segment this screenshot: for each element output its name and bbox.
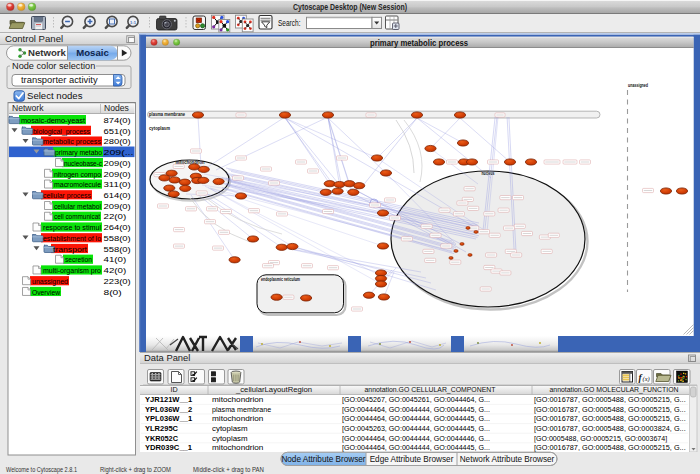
svg-text:YPL036W__1: YPL036W__1 xyxy=(145,414,193,423)
svg-text:558(0): 558(0) xyxy=(104,245,132,254)
svg-text:YLR295C: YLR295C xyxy=(145,424,178,433)
svg-text:response to stimul: response to stimul xyxy=(43,223,101,232)
svg-text:transporter activity: transporter activity xyxy=(21,74,98,85)
svg-text:Nodes: Nodes xyxy=(104,103,129,113)
svg-text:[GO:0016787, GO:0005488, GO:00: [GO:0016787, GO:0005488, GO:0005215, G..… xyxy=(534,414,686,423)
svg-text:614(0): 614(0) xyxy=(104,191,132,200)
svg-text:42(0): 42(0) xyxy=(104,266,127,275)
svg-text:[GO:0044464, GO:0044444, GO:00: [GO:0044464, GO:0044444, GO:0044445, G..… xyxy=(342,414,490,423)
svg-text:YJR121W__1: YJR121W__1 xyxy=(145,395,193,404)
svg-text:[GO:0044464, GO:0044444, GO:00: [GO:0044464, GO:0044444, GO:0044445, G..… xyxy=(342,405,490,414)
svg-text:primary metabo: primary metabo xyxy=(55,148,103,157)
svg-text:[GO:0044464, GO:0044444, GO:00: [GO:0044464, GO:0044444, GO:0044445, G..… xyxy=(342,443,490,452)
svg-text:Control Panel: Control Panel xyxy=(5,33,63,44)
svg-text:[GO:0016787, GO:0005488, GO:00: [GO:0016787, GO:0005488, GO:0005215, G..… xyxy=(534,443,686,452)
svg-text:280(0): 280(0) xyxy=(104,137,132,146)
svg-text:Network: Network xyxy=(12,103,44,113)
svg-text:Mosaic: Mosaic xyxy=(76,47,109,58)
svg-text:[GO:0045263, GO:0044444, GO:00: [GO:0045263, GO:0044444, GO:0044445, G..… xyxy=(342,424,490,433)
svg-text:[GO:0016787, GO:0005488, GO:00: [GO:0016787, GO:0005488, GO:0003824, G..… xyxy=(534,424,686,433)
svg-text:cell communicat: cell communicat xyxy=(54,212,101,221)
svg-text:Node color selection: Node color selection xyxy=(12,61,95,71)
svg-text:macromolecule: macromolecule xyxy=(54,180,102,189)
svg-text:cytoplasm: cytoplasm xyxy=(149,125,170,131)
svg-text:264(0): 264(0) xyxy=(104,223,132,232)
svg-text:metabolic process: metabolic process xyxy=(43,137,101,146)
svg-text:nitrogen compo: nitrogen compo xyxy=(54,170,102,179)
svg-text:unassigned: unassigned xyxy=(628,83,648,88)
svg-text:8(0): 8(0) xyxy=(104,288,123,297)
svg-text:311(0): 311(0) xyxy=(104,180,132,189)
svg-text:nucleobase-c: nucleobase-c xyxy=(64,159,102,168)
svg-text:209(...: 209(... xyxy=(104,148,134,157)
svg-text:secretion: secretion xyxy=(65,255,92,264)
svg-text:mitochondrion: mitochondrion xyxy=(212,414,263,423)
svg-text:cytoplasm: cytoplasm xyxy=(212,434,248,443)
svg-text:874(0): 874(0) xyxy=(104,116,132,125)
svg-text:plasma membrane: plasma membrane xyxy=(149,111,185,117)
svg-text:209(0): 209(0) xyxy=(104,159,132,168)
svg-text:223(0): 223(0) xyxy=(104,277,132,286)
svg-text:41(0): 41(0) xyxy=(104,255,127,264)
svg-text:Right-click + drag to ZOOM: Right-click + drag to ZOOM xyxy=(100,465,171,474)
svg-text:Middle-click + drag to PAN: Middle-click + drag to PAN xyxy=(193,465,264,474)
svg-text:Network: Network xyxy=(28,47,67,58)
svg-text:annotation.GO MOLECULAR_FUNCTI: annotation.GO MOLECULAR_FUNCTION xyxy=(550,385,679,394)
svg-text:mitochondrion: mitochondrion xyxy=(176,160,205,165)
svg-text:558(0): 558(0) xyxy=(104,234,132,243)
svg-text:[GO:0016787, GO:0005488, GO:00: [GO:0016787, GO:0005488, GO:0005215, G..… xyxy=(534,395,686,404)
svg-text:Search:: Search: xyxy=(278,17,301,28)
svg-text:[GO:0044464, GO:0044444, GO:00: [GO:0044464, GO:0044444, GO:0044446, G..… xyxy=(342,434,490,443)
svg-text:22(0): 22(0) xyxy=(104,212,127,221)
svg-text:(x): (x) xyxy=(643,375,650,383)
svg-text:cytoplasm: cytoplasm xyxy=(212,424,248,433)
svg-text:mitochondrion: mitochondrion xyxy=(212,443,263,452)
svg-text:Select nodes: Select nodes xyxy=(27,90,83,101)
svg-text:ID: ID xyxy=(170,385,177,394)
svg-text:Welcome to Cytoscape 2.8.1: Welcome to Cytoscape 2.8.1 xyxy=(6,465,77,474)
svg-text:Edge Attribute Browser: Edge Attribute Browser xyxy=(370,455,454,464)
svg-text:[GO:0005488, GO:0005215, GO:00: [GO:0005488, GO:0005215, GO:0003674] xyxy=(534,434,667,443)
svg-text:unassigned: unassigned xyxy=(32,277,68,286)
svg-text:establishment of lo: establishment of lo xyxy=(43,234,102,243)
svg-text:651(0): 651(0) xyxy=(104,127,132,136)
svg-text:[GO:0045267, GO:0045261, GO:00: [GO:0045267, GO:0045261, GO:0044464, G..… xyxy=(342,395,490,404)
svg-text:[GO:0016787, GO:0005488, GO:00: [GO:0016787, GO:0005488, GO:0005215, G..… xyxy=(534,405,686,414)
svg-text:plasma membrane: plasma membrane xyxy=(212,405,271,414)
svg-text:biological_process: biological_process xyxy=(33,127,90,136)
svg-text:annotation.GO CELLULAR_COMPONE: annotation.GO CELLULAR_COMPONENT xyxy=(365,385,497,394)
svg-text:Network Attribute Browser: Network Attribute Browser xyxy=(460,455,555,464)
svg-text:primary metabolic process: primary metabolic process xyxy=(370,39,468,48)
svg-text:YDR039C__1: YDR039C__1 xyxy=(145,443,193,452)
svg-text:Overview: Overview xyxy=(32,288,60,297)
svg-text:Data Panel: Data Panel xyxy=(144,352,190,363)
svg-text:209(0): 209(0) xyxy=(104,170,132,179)
svg-text:1:1: 1:1 xyxy=(130,20,137,25)
svg-text:209(0): 209(0) xyxy=(104,202,132,211)
svg-text:Cytoscape Desktop (New Session: Cytoscape Desktop (New Session) xyxy=(293,1,407,12)
svg-text:cellular process: cellular process xyxy=(43,191,91,200)
svg-text:YPL036W__2: YPL036W__2 xyxy=(145,405,192,414)
svg-text:Node Attribute Browser: Node Attribute Browser xyxy=(281,455,365,464)
svg-text:endoplasmic reticulum: endoplasmic reticulum xyxy=(261,277,300,282)
svg-text:mitochondrion: mitochondrion xyxy=(212,395,263,404)
svg-text:transport: transport xyxy=(53,245,88,254)
svg-text:_cellularLayoutRegion: _cellularLayoutRegion xyxy=(235,385,312,394)
svg-text:cellular metabol: cellular metabol xyxy=(54,202,101,211)
svg-text:multi-organism pro: multi-organism pro xyxy=(43,266,102,275)
svg-text:YKR052C: YKR052C xyxy=(145,434,178,443)
svg-text:mosaic-demo-yeast: mosaic-demo-yeast xyxy=(21,116,86,125)
